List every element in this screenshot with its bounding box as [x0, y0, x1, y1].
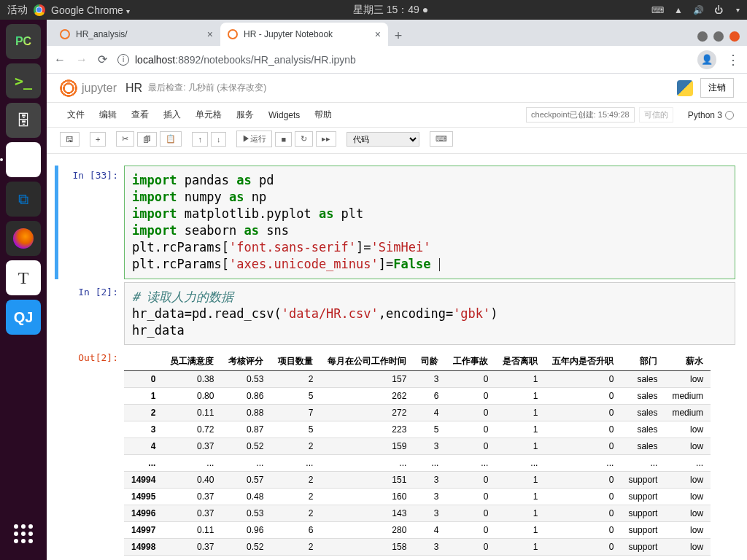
table-header: 司龄: [414, 352, 446, 371]
launcher-chrome[interactable]: [6, 142, 41, 177]
menu-insert[interactable]: 插入: [156, 106, 188, 124]
jupyter-icon: [60, 29, 70, 39]
input-prompt: In [33]:: [58, 166, 124, 279]
trusted-indicator[interactable]: 可信的: [639, 107, 673, 122]
new-tab-button[interactable]: +: [388, 26, 409, 46]
table-row: 00.380.5321573010saleslow: [124, 371, 711, 388]
kernel-indicator[interactable]: Python 3: [688, 110, 734, 120]
cell-type-select[interactable]: 代码: [347, 132, 419, 147]
restart-run-all-button[interactable]: ▸▸: [316, 131, 336, 147]
network-icon[interactable]: ▲: [674, 5, 683, 15]
tab-title: HR_analysis/: [76, 29, 128, 39]
move-up-button[interactable]: ↑: [192, 132, 208, 147]
show-applications[interactable]: [6, 516, 41, 551]
output-cell: Out[2]: 员工满意度考核评分项目数量每月在公司工作时间司龄工作事故是否离职…: [58, 348, 735, 560]
browser-tab-1[interactable]: HR_analysis/ ×: [53, 23, 220, 46]
launcher-pycharm[interactable]: PC: [6, 24, 41, 59]
jupyter-notebook: jupyter HR 最后检查: 几秒前 (未保存改变) 注销 文件 编辑 查看…: [47, 74, 747, 560]
launcher-terminal[interactable]: >_: [6, 63, 41, 98]
table-header: 工作事故: [446, 352, 495, 371]
table-row: 40.370.5221593010saleslow: [124, 438, 711, 455]
table-header: 每月在公司工作时间: [320, 352, 414, 371]
table-row: 149950.370.4821603010supportlow: [124, 489, 711, 505]
table-row: 20.110.8872724010salesmedium: [124, 405, 711, 421]
active-app-name[interactable]: Google Chrome▾: [51, 4, 130, 16]
launcher-files[interactable]: 🗄: [6, 103, 41, 138]
gnome-top-panel: 活动 Google Chrome▾ 星期三 15：49 ● ⌨ ▲ 🔊 ⏻ ▾: [0, 0, 747, 20]
menu-edit[interactable]: 编辑: [92, 106, 124, 124]
profile-icon[interactable]: 👤: [697, 50, 716, 69]
table-header: 是否离职: [495, 352, 545, 371]
chrome-menu-icon[interactable]: ⋮: [727, 52, 740, 68]
copy-button[interactable]: 🗐: [137, 132, 157, 147]
system-menu-icon[interactable]: ▾: [736, 6, 740, 14]
input-prompt: In [2]:: [58, 282, 124, 346]
output-prompt: Out[2]:: [58, 348, 124, 560]
minimize-button[interactable]: [697, 31, 708, 42]
notebook-name[interactable]: HR: [125, 82, 142, 95]
table-row: 10.800.8652626010salesmedium: [124, 388, 711, 405]
logout-button[interactable]: 注销: [700, 78, 734, 98]
menu-kernel[interactable]: 服务: [229, 106, 261, 124]
save-button[interactable]: 🖫: [60, 132, 80, 147]
table-row: 149960.370.5321433010supportlow: [124, 505, 711, 522]
table-header: 五年内是否升职: [545, 352, 621, 371]
close-icon[interactable]: ×: [375, 28, 381, 40]
browser-tab-2[interactable]: HR - Jupyter Notebook ×: [220, 23, 388, 46]
jupyter-icon: [228, 29, 238, 39]
site-info-icon[interactable]: i: [117, 54, 129, 66]
code-input[interactable]: # 读取人力的数据 hr_data=pd.read_csv('data/HR.c…: [124, 282, 735, 346]
command-palette-button[interactable]: ⌨: [430, 131, 453, 147]
table-row: 30.720.8752235010saleslow: [124, 421, 711, 438]
chrome-icon: [34, 4, 45, 16]
launcher-typora[interactable]: T: [6, 260, 41, 295]
restart-button[interactable]: ↻: [295, 131, 313, 147]
add-cell-button[interactable]: +: [90, 132, 106, 147]
menu-help[interactable]: 帮助: [307, 106, 339, 124]
keyboard-icon[interactable]: ⌨: [651, 5, 664, 15]
tab-strip: HR_analysis/ × HR - Jupyter Notebook × +: [47, 20, 747, 46]
volume-icon[interactable]: 🔊: [693, 5, 704, 15]
move-down-button[interactable]: ↓: [211, 132, 227, 147]
power-icon[interactable]: ⏻: [714, 5, 723, 15]
jupyter-toolbar: 🖫 + ✂ 🗐 📋 ↑ ↓ ▶运行 ■ ↻ ▸▸ 代码 ⌨: [47, 128, 747, 154]
window-controls: [697, 31, 747, 46]
run-button[interactable]: ▶运行: [236, 131, 272, 147]
table-header: 项目数量: [271, 352, 320, 371]
notebook-cells: In [33]: import pandas as pd import nump…: [47, 154, 747, 560]
clock[interactable]: 星期三 15：49 ●: [130, 4, 651, 17]
launcher-app[interactable]: QJ: [6, 300, 41, 335]
chrome-window: HR_analysis/ × HR - Jupyter Notebook × +…: [47, 20, 747, 560]
launcher-vscode[interactable]: ⧉: [6, 182, 41, 217]
menu-file[interactable]: 文件: [60, 106, 92, 124]
code-cell[interactable]: In [2]: # 读取人力的数据 hr_data=pd.read_csv('d…: [58, 282, 735, 346]
url-input[interactable]: i localhost:8892/notebooks/HR_analysis/H…: [117, 54, 687, 66]
tab-title: HR - Jupyter Notebook: [244, 29, 333, 39]
activities-button[interactable]: 活动: [7, 4, 28, 17]
back-button[interactable]: ←: [54, 53, 66, 66]
code-cell[interactable]: In [33]: import pandas as pd import nump…: [55, 166, 735, 279]
launcher-firefox[interactable]: [6, 221, 41, 256]
forward-button[interactable]: →: [76, 53, 88, 66]
table-header: [124, 352, 163, 371]
reload-button[interactable]: ⟳: [98, 52, 107, 66]
table-row: 149970.110.9662804010supportlow: [124, 522, 711, 539]
python-icon: [677, 80, 693, 96]
jupyter-logo[interactable]: jupyter: [60, 79, 117, 97]
checkpoint-status: 最后检查: 几秒前 (未保存改变): [148, 82, 266, 94]
menu-widgets[interactable]: Widgets: [261, 107, 307, 123]
interrupt-button[interactable]: ■: [275, 132, 292, 147]
menu-cell[interactable]: 单元格: [188, 106, 229, 124]
table-header: 薪水: [665, 352, 711, 371]
table-row: 149940.400.5721513010supportlow: [124, 472, 711, 489]
close-icon[interactable]: ×: [207, 28, 213, 40]
ubuntu-dock: PC >_ 🗄 ⧉ T QJ: [0, 20, 47, 560]
maximize-button[interactable]: [713, 31, 724, 42]
paste-button[interactable]: 📋: [160, 131, 182, 147]
close-window-button[interactable]: [729, 31, 740, 42]
code-input[interactable]: import pandas as pd import numpy as np i…: [124, 166, 735, 279]
table-header: 考核评分: [221, 352, 271, 371]
notification-area: checkpoint已创建: 15:49:28: [526, 107, 635, 122]
cut-button[interactable]: ✂: [116, 131, 134, 147]
menu-view[interactable]: 查看: [124, 106, 156, 124]
